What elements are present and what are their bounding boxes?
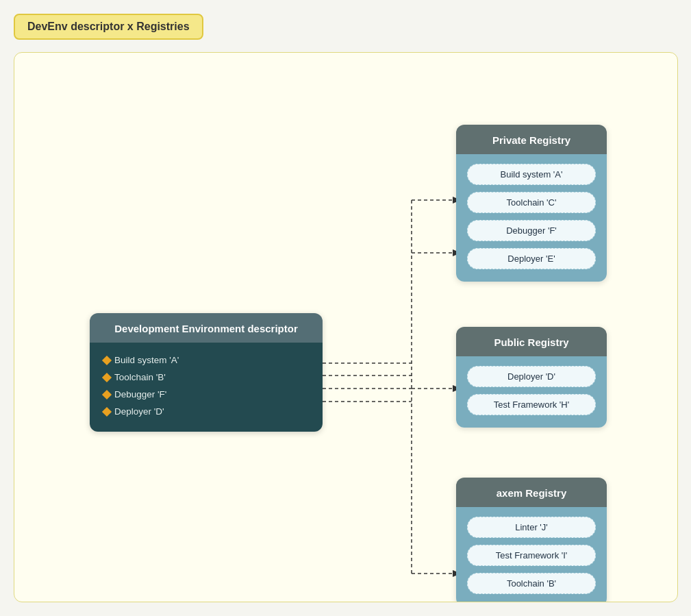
- diamond-icon: [102, 389, 112, 399]
- list-item: Deployer 'D': [103, 406, 309, 417]
- dev-env-header: Development Environment descriptor: [90, 313, 323, 343]
- axem-registry-box: axem Registry Linter 'J' Test Framework …: [456, 478, 607, 602]
- private-registry-body: Build system 'A' Toolchain 'C' Debugger …: [456, 154, 607, 282]
- dev-env-box: Development Environment descriptor Build…: [90, 313, 323, 432]
- list-item: Test Framework 'I': [467, 545, 596, 566]
- list-item: Debugger 'F': [103, 389, 309, 399]
- private-registry-header: Private Registry: [456, 125, 607, 154]
- main-canvas: Development Environment descriptor Build…: [14, 52, 678, 602]
- list-item: Deployer 'E': [467, 248, 596, 269]
- list-item: Toolchain 'C': [467, 192, 596, 213]
- axem-registry-header: axem Registry: [456, 478, 607, 507]
- diamond-icon: [102, 406, 112, 416]
- public-registry-body: Deployer 'D' Test Framework 'H': [456, 356, 607, 428]
- list-item: Build system 'A': [103, 355, 309, 365]
- page-title: DevEnv descriptor x Registries: [14, 14, 203, 40]
- list-item: Test Framework 'H': [467, 394, 596, 415]
- list-item: Debugger 'F': [467, 220, 596, 241]
- diamond-icon: [102, 372, 112, 382]
- dev-env-body: Build system 'A' Toolchain 'B' Debugger …: [90, 343, 323, 432]
- private-registry-box: Private Registry Build system 'A' Toolch…: [456, 125, 607, 282]
- public-registry-box: Public Registry Deployer 'D' Test Framew…: [456, 327, 607, 428]
- diamond-icon: [102, 355, 112, 365]
- list-item: Toolchain 'B': [103, 372, 309, 382]
- list-item: Deployer 'D': [467, 366, 596, 387]
- list-item: Build system 'A': [467, 164, 596, 185]
- public-registry-header: Public Registry: [456, 327, 607, 356]
- axem-registry-body: Linter 'J' Test Framework 'I' Toolchain …: [456, 507, 607, 602]
- list-item: Linter 'J': [467, 517, 596, 538]
- list-item: Toolchain 'B': [467, 573, 596, 594]
